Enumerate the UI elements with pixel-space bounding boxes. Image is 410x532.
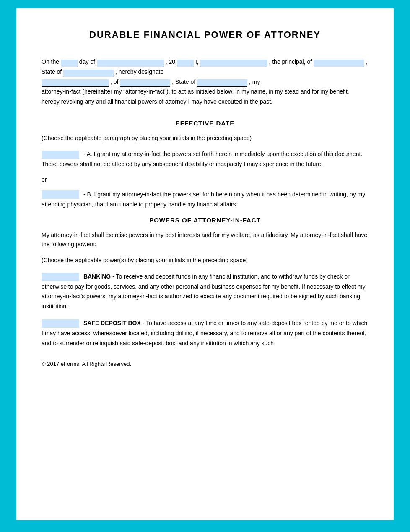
initials-safe-deposit-field[interactable] bbox=[42, 319, 79, 328]
month-field[interactable] bbox=[97, 60, 164, 67]
text-hereby-designate: , hereby designate bbox=[115, 68, 163, 75]
safe-deposit-label: SAFE DEPOSIT BOX bbox=[83, 320, 141, 326]
initials-banking-field[interactable] bbox=[42, 273, 79, 281]
text-on-the: On the bbox=[42, 58, 59, 65]
option-b-text: - B. I grant my attorney-in-fact the pow… bbox=[42, 191, 365, 208]
option-a-text: - A. I grant my attorney-in-fact the pow… bbox=[42, 151, 362, 167]
text-state-of-2: , State of bbox=[172, 78, 197, 85]
document: DURABLE FINANCIAL POWER OF ATTORNEY On t… bbox=[16, 8, 394, 520]
intro-paragraph: On the day of , 20 I, , the principal, o… bbox=[42, 57, 368, 107]
effective-date-choose-note: (Choose the applicable paragraph by plac… bbox=[42, 133, 368, 143]
text-remainder: attorney-in-fact (hereinafter my “attorn… bbox=[42, 88, 349, 105]
principal-state-field[interactable] bbox=[63, 70, 114, 77]
footer-text: © 2017 eForms. All Rights Reserved. bbox=[42, 361, 131, 367]
designee-city-field[interactable] bbox=[120, 79, 170, 87]
text-my: , my bbox=[249, 78, 260, 85]
year-field[interactable] bbox=[177, 60, 194, 67]
safe-deposit-item: SAFE DEPOSIT BOX - To have access at any… bbox=[42, 318, 368, 348]
powers-choose-note: (Choose the applicable power(s) by placi… bbox=[42, 256, 368, 265]
principal-name-field[interactable] bbox=[200, 60, 267, 67]
designee-state-field[interactable] bbox=[197, 79, 247, 87]
text-day-of: day of bbox=[79, 58, 95, 65]
text-i: I, bbox=[195, 58, 200, 65]
or-text: or bbox=[42, 176, 368, 183]
text-year-prefix: , 20 bbox=[166, 58, 175, 65]
effective-date-heading: EFFECTIVE DATE bbox=[42, 120, 368, 127]
text-of: , of bbox=[110, 78, 120, 85]
powers-intro-text: My attorney-in-fact shall exercise power… bbox=[42, 230, 368, 249]
option-a-block: - A. I grant my attorney-in-fact the pow… bbox=[42, 149, 368, 170]
footer: © 2017 eForms. All Rights Reserved. bbox=[42, 361, 368, 367]
document-title: DURABLE FINANCIAL POWER OF ATTORNEY bbox=[42, 29, 368, 40]
option-b-block: - B. I grant my attorney-in-fact the pow… bbox=[42, 190, 368, 210]
text-the-principal: , the principal, of bbox=[269, 58, 314, 65]
banking-item: BANKING - To receive and deposit funds i… bbox=[42, 272, 368, 312]
powers-heading: POWERS OF ATTORNEY-IN-FACT bbox=[42, 216, 368, 224]
day-field[interactable] bbox=[61, 60, 78, 67]
principal-city-field[interactable] bbox=[314, 60, 364, 67]
initials-b-field[interactable] bbox=[42, 190, 79, 199]
designee-name-field[interactable] bbox=[42, 79, 109, 87]
banking-label: BANKING bbox=[83, 273, 111, 280]
initials-a-field[interactable] bbox=[42, 151, 79, 159]
